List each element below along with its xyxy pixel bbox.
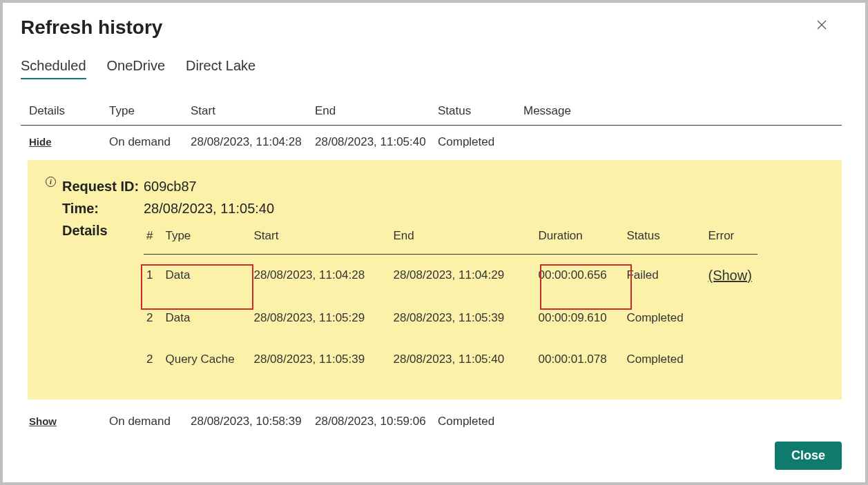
cell-status: Completed xyxy=(432,126,518,159)
table-row: Show On demand 28/08/2023, 10:58:39 28/0… xyxy=(21,405,842,430)
label-details: Details xyxy=(62,219,144,241)
dcell-start: 28/08/2023, 11:04:28 xyxy=(248,255,387,298)
close-icon[interactable] xyxy=(814,17,829,34)
label-time: Time: xyxy=(62,197,144,219)
dcell-end: 28/08/2023, 11:05:40 xyxy=(387,339,532,380)
content-area: Details Type Start End Status Message Hi… xyxy=(21,99,847,430)
dcell-error xyxy=(702,339,757,380)
col-end: End xyxy=(309,99,432,126)
dialog-footer: Close xyxy=(21,430,847,482)
tab-scheduled[interactable]: Scheduled xyxy=(21,58,86,79)
annotation-box xyxy=(540,264,632,310)
cell-message xyxy=(518,126,842,159)
annotation-box xyxy=(141,264,253,310)
cell-start: 28/08/2023, 11:04:28 xyxy=(185,126,309,159)
dcell-num: 2 xyxy=(144,339,160,380)
dcell-type: Query Cache xyxy=(160,339,248,380)
cell-type: On demand xyxy=(104,405,185,430)
table-row: Hide On demand 28/08/2023, 11:04:28 28/0… xyxy=(21,126,842,159)
show-link[interactable]: Show xyxy=(29,415,57,427)
col-details: Details xyxy=(21,99,104,126)
dialog-title: Refresh history xyxy=(21,17,162,39)
dcell-end: 28/08/2023, 11:05:39 xyxy=(387,297,532,339)
col-type: Type xyxy=(104,99,185,126)
dcell-error xyxy=(702,297,757,339)
dcell-status: Failed xyxy=(621,255,702,298)
dcol-type: Type xyxy=(160,219,248,255)
col-message: Message xyxy=(518,99,842,126)
tab-onedrive[interactable]: OneDrive xyxy=(107,58,165,79)
dcell-status: Completed xyxy=(621,339,702,380)
cell-status: Completed xyxy=(432,405,518,430)
dcell-duration: 00:00:01.078 xyxy=(532,339,621,380)
hide-link[interactable]: Hide xyxy=(29,136,52,148)
dcol-end: End xyxy=(387,219,532,255)
tab-directlake[interactable]: Direct Lake xyxy=(186,58,255,79)
cell-start: 28/08/2023, 10:58:39 xyxy=(185,405,309,430)
cell-end: 28/08/2023, 11:05:40 xyxy=(309,126,432,159)
detail-labels: Request ID: Time: Details xyxy=(62,175,144,241)
detail-item-row: 2 Query Cache 28/08/2023, 11:05:39 28/08… xyxy=(144,339,758,380)
tabs: Scheduled OneDrive Direct Lake xyxy=(21,58,847,79)
error-show-link[interactable]: (Show) xyxy=(708,268,751,283)
value-time: 28/08/2023, 11:05:40 xyxy=(144,197,758,219)
dcell-end: 28/08/2023, 11:04:29 xyxy=(387,255,532,298)
col-status: Status xyxy=(432,99,518,126)
refresh-history-dialog: Refresh history Scheduled OneDrive Direc… xyxy=(3,3,865,482)
history-scroll[interactable]: Details Type Start End Status Message Hi… xyxy=(21,99,847,430)
dcell-start: 28/08/2023, 11:05:39 xyxy=(248,339,387,380)
dcell-status: Completed xyxy=(621,297,702,339)
detail-panel: i Request ID: Time: Details 609cb87 28/0… xyxy=(28,160,842,399)
detail-row: i Request ID: Time: Details 609cb87 28/0… xyxy=(21,159,842,405)
dcol-num: # xyxy=(144,219,160,255)
dcol-error: Error xyxy=(702,219,757,255)
cell-end: 28/08/2023, 10:59:06 xyxy=(309,405,432,430)
close-button[interactable]: Close xyxy=(775,442,842,470)
cell-message xyxy=(518,405,842,430)
dcol-duration: Duration xyxy=(532,219,621,255)
history-table: Details Type Start End Status Message Hi… xyxy=(21,99,842,430)
info-icon: i xyxy=(46,177,56,187)
cell-type: On demand xyxy=(104,126,185,159)
dcell-start: 28/08/2023, 11:05:29 xyxy=(248,297,387,339)
history-header-row: Details Type Start End Status Message xyxy=(21,99,842,126)
label-request-id: Request ID: xyxy=(62,175,144,197)
dcol-status: Status xyxy=(621,219,702,255)
col-start: Start xyxy=(185,99,309,126)
dcol-start: Start xyxy=(248,219,387,255)
dialog-header: Refresh history xyxy=(21,17,847,39)
value-request-id: 609cb87 xyxy=(144,175,758,197)
